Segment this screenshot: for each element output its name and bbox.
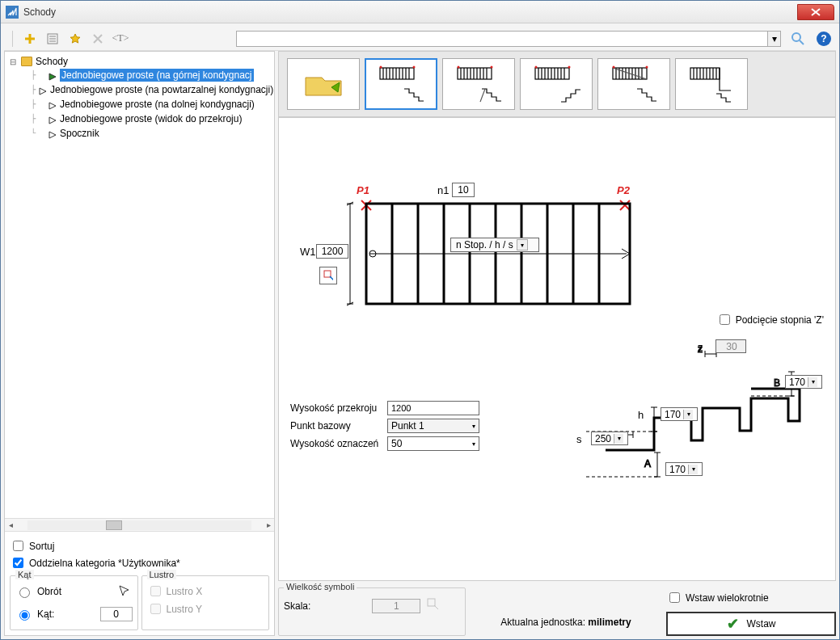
svg-rect-21 [428,599,435,606]
svg-point-1 [792,33,800,41]
svg-point-10 [568,66,571,69]
insert-multiple-label: Wstaw wielokrotnie [686,592,769,604]
stair-mode-combo[interactable]: n Stop. / h / s ▾ [450,238,539,252]
tree-node-icon [49,71,57,79]
window-title: Schody [23,6,797,18]
separate-category-label: Oddzielna kategoria *Użytkownika* [29,558,180,569]
label-h: h [638,409,644,421]
basepoint-label: Punkt bazowy [290,420,382,432]
label-n1: n1 [437,184,449,196]
svg-point-7 [491,66,493,69]
rotate-label: Obrót [37,586,61,597]
a-select[interactable]: 170▾ [665,462,703,476]
search-input[interactable] [236,31,768,47]
edit-tool-icon[interactable] [319,267,337,284]
titlebar: Schody [1,1,839,23]
tree-item-label: Jednobiegowe proste (na górnej kondygnac… [60,69,254,82]
height-label: Wysokość przekroju [290,402,382,414]
b-select[interactable]: 170▾ [785,375,822,389]
svg-point-9 [535,66,538,69]
svg-rect-17 [324,271,331,277]
expand-icon[interactable]: ⊟ [8,57,18,66]
main-toolbar: <T> ▾ ? [4,27,836,51]
insert-button[interactable]: ✔ Wstaw [666,612,836,636]
markheight-select[interactable]: 50▾ [387,436,479,451]
text-icon[interactable]: <T> [112,30,129,48]
angle-input[interactable] [100,607,133,621]
label-w1: W1 [300,246,316,258]
thumb-landing[interactable] [675,58,748,110]
height-input[interactable] [387,401,479,415]
w1-input[interactable]: 1200 [316,244,348,259]
label-p2: P2 [617,184,630,196]
thumb-stair-4[interactable] [597,58,670,110]
delete-icon[interactable] [89,30,107,48]
mirror-x-checkbox [150,586,161,596]
left-panel: ⊟ Schody ├Jednobiegowe proste (na górnej… [4,51,275,636]
sort-checkbox[interactable] [13,541,23,551]
tree-item[interactable]: └Spocznik [31,126,271,141]
separate-category-checkbox[interactable] [13,558,23,568]
angle-group: Kąt Obrót Kąt: [10,575,138,630]
sort-label: Sortuj [29,541,54,552]
check-icon: ✔ [727,615,739,633]
undercut-z-check[interactable]: Podcięcie stopnia 'Z' [716,312,824,327]
scale-label: Skala: [284,600,310,612]
angle-label: Kąt: [37,608,54,620]
current-unit: Aktualna jednostka: milimetry [472,617,660,636]
thumb-stair-2[interactable] [442,58,515,110]
cursor-icon [118,584,133,599]
rotate-radio[interactable] [19,587,30,598]
s-select[interactable]: 250▾ [591,432,628,445]
tree-item-label: Jednobiegowe proste (widok do przekroju) [60,112,242,125]
section-drawing: z B A [565,344,824,506]
mirror-title: Lustro [147,570,177,579]
tree-item-label: Spocznik [60,127,99,140]
properties-icon[interactable] [44,30,61,48]
tree-item[interactable]: ├Jednobiegowe proste (na dolnej kondygna… [31,97,271,112]
svg-point-3 [380,66,382,69]
basepoint-select[interactable]: Punkt 1▾ [387,419,479,433]
favorite-icon[interactable] [66,30,84,48]
help-icon[interactable]: ? [817,32,831,46]
add-icon[interactable] [21,30,39,48]
tree-item-label: Jednobiegowe proste (na dolnej kondygnac… [60,98,255,111]
close-button[interactable] [797,4,834,20]
symbol-size-title: Wielkość symboli [284,582,357,592]
symbol-size-group: Wielkość symboli Skala: [278,587,466,636]
tree-item[interactable]: ├Jednobiegowe proste (widok do przekroju… [31,112,271,126]
svg-point-13 [646,66,648,69]
thumb-stair-1[interactable] [365,58,437,110]
tree-item-label: Jednobiegowe proste (na powtarzalnej kon… [50,83,273,96]
tree-root[interactable]: ⊟ Schody [8,55,271,68]
undercut-z-checkbox[interactable] [720,314,730,325]
insert-multiple-checkbox[interactable] [669,592,680,603]
scale-input [372,599,420,613]
h-select[interactable]: 170▾ [661,407,698,421]
thumb-stair-3[interactable] [520,58,593,110]
svg-point-4 [413,66,416,69]
tree-horizontal-scrollbar[interactable]: ◂ ▸ [5,518,274,531]
scale-pick-icon[interactable] [427,598,440,613]
tree-item[interactable]: ├Jednobiegowe proste (na powtarzalnej ko… [31,82,271,97]
label-p1: P1 [357,184,369,196]
angle-radio[interactable] [19,610,30,621]
svg-text:B: B [774,377,780,389]
svg-text:A: A [644,458,651,469]
thumbnail-gallery [278,51,836,117]
tree-node-icon [49,129,57,137]
n1-input[interactable]: 10 [452,183,475,197]
svg-point-6 [458,66,460,69]
undercut-z-label: Podcięcie stopnia 'Z' [736,314,824,326]
search-dropdown-arrow[interactable]: ▾ [768,31,781,47]
markheight-label: Wysokość oznaczeń [290,438,382,449]
thumb-folder[interactable] [287,58,360,110]
tree-node-icon [49,100,57,108]
mirror-x-label: Lustro X [167,586,203,597]
insert-button-label: Wstaw [747,618,776,629]
tree: ⊟ Schody ├Jednobiegowe proste (na górnej… [5,52,274,518]
tree-item[interactable]: ├Jednobiegowe proste (na górnej kondygna… [31,68,271,82]
label-z: z [698,341,703,353]
svg-rect-14 [690,68,720,79]
search-icon[interactable] [791,32,805,46]
